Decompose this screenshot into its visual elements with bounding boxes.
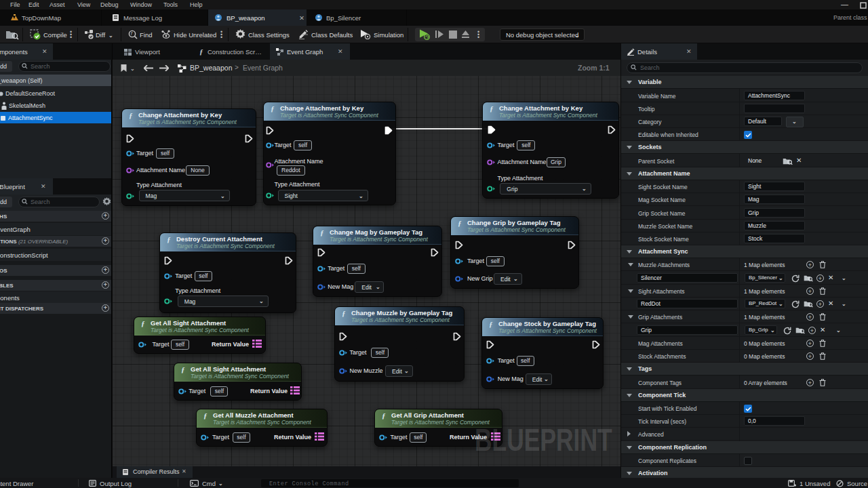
svg-text:f: f — [131, 31, 133, 36]
